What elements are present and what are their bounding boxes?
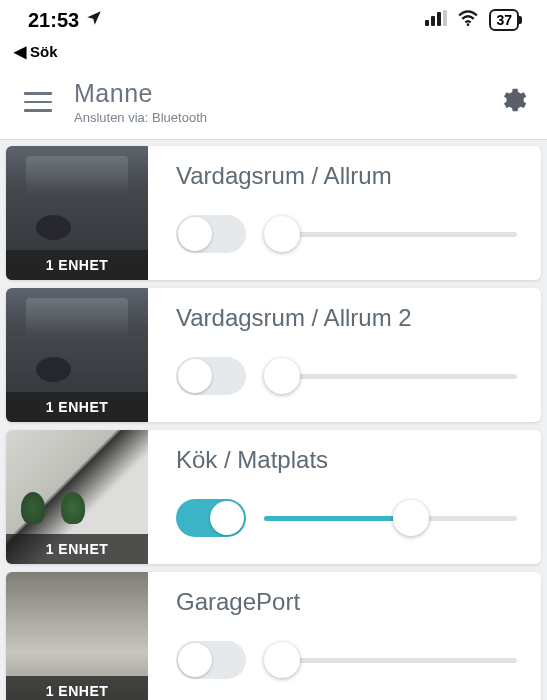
settings-button[interactable] xyxy=(497,85,527,119)
brightness-slider[interactable] xyxy=(264,356,517,396)
status-time: 21:53 xyxy=(28,9,79,32)
power-toggle[interactable] xyxy=(176,357,246,395)
power-toggle[interactable] xyxy=(176,641,246,679)
page-title: Manne xyxy=(74,79,475,108)
room-thumbnail[interactable]: 1 ENHET xyxy=(6,430,148,564)
room-card[interactable]: 1 ENHET GaragePort xyxy=(6,572,541,700)
svg-rect-1 xyxy=(431,16,435,26)
svg-point-4 xyxy=(467,23,470,26)
room-card[interactable]: 1 ENHET Vardagsrum / Allrum xyxy=(6,146,541,280)
gear-icon xyxy=(497,85,527,115)
room-name: GaragePort xyxy=(176,588,517,616)
status-left: 21:53 xyxy=(28,9,103,32)
unit-count-badge: 1 ENHET xyxy=(6,392,148,422)
power-toggle[interactable] xyxy=(176,499,246,537)
back-caret-icon: ◀ xyxy=(14,42,26,61)
app-header: Manne Ansluten via: Bluetooth xyxy=(0,69,547,140)
status-right: 37 xyxy=(425,9,519,31)
room-thumbnail[interactable]: 1 ENHET xyxy=(6,288,148,422)
battery-indicator: 37 xyxy=(489,9,519,31)
room-name: Vardagsrum / Allrum xyxy=(176,162,517,190)
room-thumbnail[interactable]: 1 ENHET xyxy=(6,146,148,280)
unit-count-badge: 1 ENHET xyxy=(6,250,148,280)
svg-rect-2 xyxy=(437,12,441,26)
unit-count-badge: 1 ENHET xyxy=(6,676,148,700)
svg-rect-3 xyxy=(443,10,447,26)
room-card[interactable]: 1 ENHET Kök / Matplats xyxy=(6,430,541,564)
menu-button[interactable] xyxy=(24,92,52,112)
room-thumbnail[interactable]: 1 ENHET xyxy=(6,572,148,700)
back-to-search[interactable]: ◀ Sök xyxy=(0,40,547,69)
brightness-slider[interactable] xyxy=(264,640,517,680)
brightness-slider[interactable] xyxy=(264,214,517,254)
battery-level: 37 xyxy=(496,12,512,28)
wifi-icon xyxy=(457,10,479,30)
room-name: Vardagsrum / Allrum 2 xyxy=(176,304,517,332)
back-label: Sök xyxy=(30,43,58,60)
power-toggle[interactable] xyxy=(176,215,246,253)
connection-status: Ansluten via: Bluetooth xyxy=(74,110,475,125)
rooms-list: 1 ENHET Vardagsrum / Allrum 1 ENHET xyxy=(0,140,547,700)
status-bar: 21:53 37 xyxy=(0,0,547,40)
brightness-slider[interactable] xyxy=(264,498,517,538)
room-name: Kök / Matplats xyxy=(176,446,517,474)
cellular-signal-icon xyxy=(425,10,447,30)
unit-count-badge: 1 ENHET xyxy=(6,534,148,564)
location-arrow-icon xyxy=(85,9,103,32)
svg-rect-0 xyxy=(425,20,429,26)
room-card[interactable]: 1 ENHET Vardagsrum / Allrum 2 xyxy=(6,288,541,422)
